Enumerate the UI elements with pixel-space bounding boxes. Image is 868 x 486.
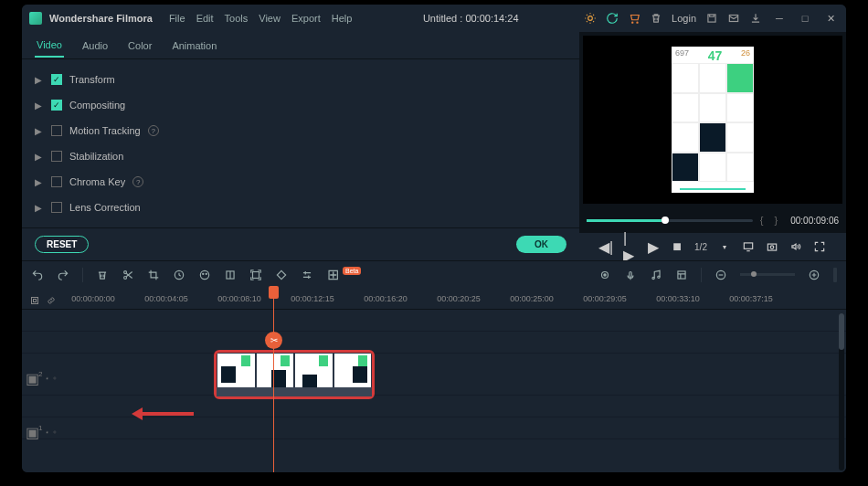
time-mark: 00:00:00:00 xyxy=(57,294,130,303)
close-button[interactable]: ✕ xyxy=(822,10,839,26)
track-eye-icon[interactable] xyxy=(53,370,57,379)
prop-stabilization[interactable]: ▶Stabilization xyxy=(35,143,566,169)
prop-lens-correction[interactable]: ▶Lens Correction xyxy=(35,195,566,220)
menu-file[interactable]: File xyxy=(169,13,185,24)
save-icon[interactable] xyxy=(705,12,718,25)
video-track-1[interactable]: ▣1 xyxy=(22,417,846,439)
scissors-icon[interactable]: ✂ xyxy=(265,332,282,349)
keyframe-icon[interactable] xyxy=(275,269,288,281)
track-eye-icon[interactable] xyxy=(53,424,57,433)
help-icon[interactable]: ? xyxy=(148,125,159,136)
checkbox-stabilization[interactable] xyxy=(51,151,62,162)
volume-icon[interactable] xyxy=(789,240,802,253)
mark-out-icon[interactable]: } xyxy=(774,215,778,226)
prop-compositing[interactable]: ▶Compositing xyxy=(35,92,566,118)
tab-color[interactable]: Color xyxy=(126,35,153,57)
refresh-icon[interactable] xyxy=(606,12,619,25)
record-icon[interactable] xyxy=(624,269,637,281)
download-icon[interactable] xyxy=(749,12,762,25)
svg-point-9 xyxy=(124,270,127,273)
crop-icon[interactable] xyxy=(147,269,160,281)
preview-content: 697 47 26 xyxy=(672,47,754,193)
zoom-out-icon[interactable] xyxy=(715,269,727,281)
svg-point-1 xyxy=(632,22,633,23)
track-lock-icon[interactable] xyxy=(46,424,49,433)
menu-edit[interactable]: Edit xyxy=(196,13,214,24)
timeline-ruler[interactable]: 00:00:00:00 00:00:04:05 00:00:08:10 00:0… xyxy=(22,288,846,310)
checkbox-motion-tracking[interactable] xyxy=(51,125,62,136)
menu-view[interactable]: View xyxy=(259,13,281,24)
svg-rect-26 xyxy=(47,377,48,378)
preview-viewport[interactable]: 697 47 26 xyxy=(583,36,842,204)
tab-animation[interactable]: Animation xyxy=(170,35,218,57)
cut-icon[interactable] xyxy=(122,269,134,281)
speed-icon[interactable] xyxy=(173,269,185,281)
greenscreen-icon[interactable] xyxy=(224,269,237,281)
mixer-icon[interactable] xyxy=(650,269,662,281)
snapshot-icon[interactable] xyxy=(766,240,778,253)
login-button[interactable]: Login xyxy=(672,13,696,24)
time-mark: 00:00:16:20 xyxy=(349,294,422,303)
zoom-fit-icon[interactable] xyxy=(833,268,837,282)
menu-export[interactable]: Export xyxy=(291,13,321,24)
time-mark: 00:00:12:15 xyxy=(276,294,349,303)
link-icon[interactable] xyxy=(46,293,57,304)
cart-icon[interactable] xyxy=(628,12,640,25)
checkbox-lens-correction[interactable] xyxy=(51,202,62,213)
prop-chroma-key[interactable]: ▶Chroma Key? xyxy=(35,169,566,195)
playback-speed[interactable]: 1/2 xyxy=(694,242,707,252)
motion-icon[interactable]: ⊞ xyxy=(326,269,339,281)
svg-point-11 xyxy=(200,270,208,279)
timeline: 00:00:00:00 00:00:04:05 00:00:08:10 00:0… xyxy=(22,288,846,472)
prop-motion-tracking[interactable]: ▶Motion Tracking? xyxy=(35,118,566,143)
minimize-button[interactable]: ─ xyxy=(771,10,788,26)
time-mark: 00:00:08:10 xyxy=(203,294,276,303)
mail-icon[interactable] xyxy=(727,12,740,25)
ok-button[interactable]: OK xyxy=(516,236,566,253)
maximize-button[interactable]: □ xyxy=(797,10,813,26)
annotation-arrow xyxy=(139,412,194,416)
menu-help[interactable]: Help xyxy=(332,13,353,24)
color-icon[interactable] xyxy=(198,269,211,281)
fullscreen-icon[interactable] xyxy=(813,240,826,253)
marker-icon[interactable] xyxy=(598,269,611,281)
detect-icon[interactable] xyxy=(249,269,262,281)
track-lock-icon[interactable] xyxy=(46,370,49,379)
layout-icon[interactable] xyxy=(675,269,688,281)
stop-button[interactable]: ■ xyxy=(671,240,683,253)
time-mark: 00:00:25:00 xyxy=(495,294,568,303)
redo-icon[interactable] xyxy=(57,269,69,281)
trash-icon[interactable] xyxy=(650,12,662,25)
help-icon[interactable]: ? xyxy=(132,176,143,187)
video-track-2[interactable]: ▣2 xyxy=(22,354,846,396)
adjust-icon[interactable] xyxy=(301,269,313,281)
next-frame-button[interactable]: |▶ xyxy=(623,240,636,253)
video-clip[interactable] xyxy=(214,350,375,399)
playback-slider[interactable] xyxy=(587,219,753,222)
svg-point-8 xyxy=(124,276,127,279)
prop-transform[interactable]: ▶Transform xyxy=(35,67,566,92)
svg-point-29 xyxy=(55,431,56,432)
checkbox-compositing[interactable] xyxy=(51,100,62,111)
tab-video[interactable]: Video xyxy=(35,34,64,58)
undo-icon[interactable] xyxy=(31,269,44,281)
play-button[interactable]: ▶ xyxy=(647,240,660,253)
zoom-in-icon[interactable] xyxy=(808,269,820,281)
reset-button[interactable]: RESET xyxy=(35,236,89,253)
zoom-slider[interactable] xyxy=(740,273,795,276)
snap-icon[interactable] xyxy=(29,293,40,304)
menu-tools[interactable]: Tools xyxy=(225,13,249,24)
prev-frame-button[interactable]: ◀| xyxy=(599,240,612,253)
delete-icon[interactable] xyxy=(96,269,109,281)
display-icon[interactable] xyxy=(742,240,755,253)
sun-icon[interactable] xyxy=(584,12,597,25)
playhead[interactable]: ✂ xyxy=(273,288,274,472)
track-video-icon: ▣ xyxy=(26,424,35,433)
app-title: Wondershare Filmora xyxy=(49,13,153,24)
checkbox-transform[interactable] xyxy=(51,74,62,85)
mark-in-icon[interactable]: { xyxy=(760,215,764,226)
tab-audio[interactable]: Audio xyxy=(80,35,110,57)
vertical-scrollbar[interactable] xyxy=(839,313,844,470)
checkbox-chroma-key[interactable] xyxy=(51,176,62,187)
timeline-toolbar: ⊞Beta xyxy=(22,260,846,288)
